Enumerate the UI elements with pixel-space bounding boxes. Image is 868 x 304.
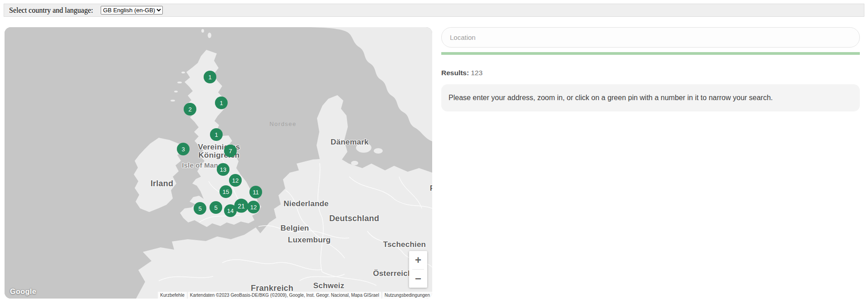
cluster-pin[interactable]: 1 — [210, 128, 223, 141]
map-label: Luxemburg — [288, 236, 331, 244]
cluster-pin[interactable]: 21 — [234, 199, 249, 213]
map-zoom-control: + − — [409, 251, 427, 288]
map-label: Österreich — [373, 270, 412, 278]
accent-bar — [441, 52, 860, 55]
language-label: Select country and language: — [9, 6, 93, 14]
cluster-pin[interactable]: 2 — [184, 103, 196, 116]
map-label: R — [430, 184, 432, 193]
cluster-pin[interactable]: 3 — [177, 143, 190, 155]
map-label: Deutschland — [329, 214, 379, 223]
map-label: Niederlande — [283, 200, 329, 208]
zoom-in-button[interactable]: + — [409, 251, 427, 269]
zoom-out-button[interactable]: − — [409, 270, 427, 288]
cluster-pin[interactable]: 5 — [194, 202, 206, 215]
cluster-pin[interactable]: 12 — [229, 174, 242, 187]
cluster-pin[interactable]: 1 — [215, 97, 228, 109]
map-label: Schweiz — [313, 282, 344, 290]
map-copyright: Kartendaten ©2023 GeoBasis-DE/BKG (©2009… — [188, 292, 381, 299]
keyboard-shortcuts-link[interactable]: Kurzbefehle — [158, 292, 186, 299]
cluster-pin[interactable]: 12 — [247, 201, 260, 213]
language-bar: Select country and language: GB English … — [4, 4, 864, 17]
results-label: Results: — [441, 69, 469, 77]
info-message-text: Please enter your address, zoom in, or c… — [449, 94, 773, 102]
cluster-pin[interactable]: 13 — [217, 163, 229, 176]
language-select[interactable]: GB English (en-GB) — [101, 6, 163, 14]
map-label: Irland — [151, 179, 173, 188]
info-message: Please enter your address, zoom in, or c… — [441, 84, 860, 111]
terms-link[interactable]: Nutzungsbedingungen — [382, 292, 432, 299]
map[interactable]: NordseeDänemarkVereinigtes KönigreichIsl… — [5, 27, 432, 299]
cluster-pin[interactable]: 1 — [204, 71, 216, 83]
results-summary: Results:123 — [441, 69, 860, 77]
map-label: Nordsee — [269, 121, 297, 127]
cluster-pin[interactable]: 15 — [219, 185, 232, 198]
map-terrain — [5, 27, 432, 299]
cluster-pin[interactable]: 5 — [210, 201, 222, 214]
map-label: Belgien — [281, 224, 309, 232]
location-input[interactable] — [441, 27, 860, 48]
cluster-pin[interactable]: 7 — [224, 145, 237, 157]
cluster-pin[interactable]: 11 — [249, 186, 262, 198]
results-panel: Results:123 Please enter your address, z… — [441, 27, 860, 111]
map-label: Dänemark — [331, 138, 369, 146]
map-label: Isle of Man — [182, 162, 218, 169]
results-count: 123 — [471, 69, 483, 77]
map-attribution: Kurzbefehle Kartendaten ©2023 GeoBasis-D… — [157, 292, 432, 299]
map-label: Tschechien — [383, 241, 426, 249]
google-logo[interactable]: Google — [10, 288, 36, 296]
